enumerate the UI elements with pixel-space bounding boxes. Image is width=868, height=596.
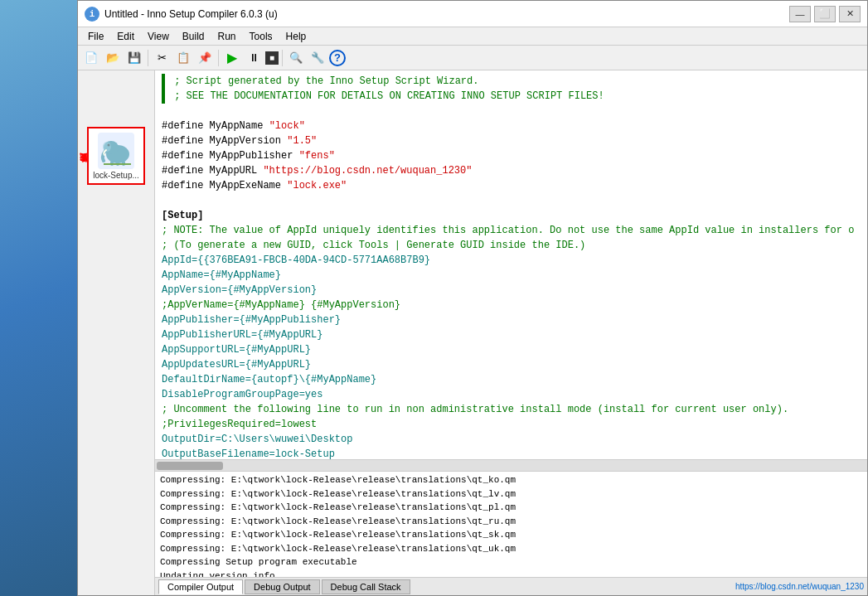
editor-hscroll[interactable] bbox=[155, 459, 867, 471]
toolbar-stop[interactable]: ■ bbox=[265, 51, 279, 65]
window-title: Untitled - Inno Setup Compiler 6.0.3 (u) bbox=[104, 8, 789, 20]
menu-run[interactable]: Run bbox=[211, 29, 243, 44]
code-line: ;AppVerName={#MyAppName} {#MyAppVersion} bbox=[162, 298, 861, 313]
minimize-button[interactable]: — bbox=[789, 6, 811, 22]
code-line: ; (To generate a new GUID, click Tools |… bbox=[162, 238, 861, 253]
toolbar-help[interactable]: ? bbox=[329, 50, 346, 66]
toolbar-copy[interactable]: 📋 bbox=[173, 48, 193, 68]
toolbar-pause[interactable]: ⏸ bbox=[244, 48, 264, 68]
code-line: #define MyAppName "lock" bbox=[162, 119, 861, 133]
hscroll-track bbox=[157, 462, 866, 470]
code-line: DefaultDirName={autopf}\{#MyAppName} bbox=[162, 372, 861, 387]
toolbar-new[interactable]: 📄 bbox=[81, 48, 101, 68]
main-content: 生成的安装文件 bbox=[78, 70, 867, 595]
output-line: Compressing: E:\qtwork\lock-Release\rele… bbox=[160, 473, 862, 487]
output-line: Updating version info bbox=[160, 569, 862, 578]
code-line: [Setup] bbox=[162, 208, 861, 223]
editor-area[interactable]: ; Script generated by the Inno Setup Scr… bbox=[155, 70, 867, 471]
code-line: AppSupportURL={#MyAppURL} bbox=[162, 342, 861, 357]
code-line: AppPublisherURL={#MyAppURL} bbox=[162, 327, 861, 342]
code-line: ; NOTE: The value of AppId uniquely iden… bbox=[162, 223, 861, 238]
menu-edit[interactable]: Edit bbox=[110, 29, 141, 44]
output-line: Compressing: E:\qtwork\lock-Release\rele… bbox=[160, 501, 862, 515]
code-line: AppUpdatesURL={#MyAppURL} bbox=[162, 357, 861, 372]
code-line: AppName={#MyAppName} bbox=[162, 268, 861, 283]
menu-bar: File Edit View Build Run Tools Help bbox=[78, 27, 867, 46]
toolbar-run[interactable]: ▶ bbox=[222, 48, 242, 68]
output-line: Compressing: E:\qtwork\lock-Release\rele… bbox=[160, 542, 862, 556]
window-controls: — ⬜ ✕ bbox=[789, 6, 861, 22]
file-icon-container[interactable]: lock-Setup... bbox=[87, 127, 145, 185]
sidebar: 生成的安装文件 bbox=[78, 70, 155, 595]
file-icon bbox=[98, 133, 134, 169]
menu-tools[interactable]: Tools bbox=[243, 29, 279, 44]
toolbar-paste[interactable]: 📌 bbox=[195, 48, 215, 68]
code-line: ; Script generated by the Inno Setup Scr… bbox=[162, 74, 861, 89]
menu-help[interactable]: Help bbox=[279, 29, 313, 44]
toolbar-search[interactable]: 🔍 bbox=[286, 48, 306, 68]
file-icon-label: lock-Setup... bbox=[93, 171, 139, 180]
toolbar-open[interactable]: 📂 bbox=[103, 48, 123, 68]
main-window: i Untitled - Inno Setup Compiler 6.0.3 (… bbox=[77, 0, 868, 596]
code-line: AppPublisher={#MyAppPublisher} bbox=[162, 313, 861, 327]
code-line: #define MyAppExeName "lock.exe" bbox=[162, 178, 861, 193]
code-line: DisableProgramGroupPage=yes bbox=[162, 387, 861, 402]
menu-build[interactable]: Build bbox=[176, 29, 211, 44]
toolbar-sep-2 bbox=[218, 50, 219, 66]
code-line bbox=[162, 104, 861, 119]
status-link[interactable]: https://blog.csdn.net/wuquan_1230 bbox=[735, 582, 864, 591]
menu-file[interactable]: File bbox=[81, 29, 110, 44]
output-content: Compressing: E:\qtwork\lock-Release\rele… bbox=[155, 472, 867, 577]
toolbar-sep-3 bbox=[282, 50, 283, 66]
tab-bar: Compiler Output Debug Output Debug Call … bbox=[155, 577, 867, 595]
code-line: AppId={{376BEA91-FBCB-40DA-94CD-5771AA68… bbox=[162, 253, 861, 268]
elephant-svg bbox=[99, 134, 133, 167]
tab-debug-output[interactable]: Debug Output bbox=[245, 579, 320, 594]
output-line: Compressing: E:\qtwork\lock-Release\rele… bbox=[160, 487, 862, 502]
tab-debug-call-stack[interactable]: Debug Call Stack bbox=[322, 579, 410, 594]
title-bar: i Untitled - Inno Setup Compiler 6.0.3 (… bbox=[78, 1, 867, 27]
toolbar-sep-1 bbox=[148, 50, 148, 66]
code-line: OutputBaseFilename=lock-Setup bbox=[162, 447, 861, 459]
toolbar-settings[interactable]: 🔧 bbox=[308, 48, 327, 68]
restore-button[interactable]: ⬜ bbox=[814, 6, 836, 22]
code-line: ;PrivilegesRequired=lowest bbox=[162, 417, 861, 432]
svg-point-3 bbox=[103, 142, 111, 152]
code-line: #define MyAppPublisher "fens" bbox=[162, 148, 861, 163]
code-line: #define MyAppURL "https://blog.csdn.net/… bbox=[162, 163, 861, 178]
app-icon: i bbox=[85, 7, 99, 22]
editor-output-container: ; Script generated by the Inno Setup Scr… bbox=[155, 70, 867, 595]
output-line: Compressing: E:\qtwork\lock-Release\rele… bbox=[160, 528, 862, 542]
toolbar-cut[interactable]: ✂ bbox=[152, 48, 172, 68]
output-panel: Compressing: E:\qtwork\lock-Release\rele… bbox=[155, 471, 867, 595]
menu-view[interactable]: View bbox=[141, 29, 176, 44]
toolbar: 📄 📂 💾 ✂ 📋 📌 ▶ ⏸ ■ 🔍 🔧 ? bbox=[78, 46, 867, 70]
code-line: ; SEE THE DOCUMENTATION FOR DETAILS ON C… bbox=[162, 89, 861, 104]
output-line: Compressing Setup program executable bbox=[160, 555, 862, 569]
code-line: ; Uncomment the following line to run in… bbox=[162, 402, 861, 417]
close-button[interactable]: ✕ bbox=[839, 6, 861, 22]
code-line: AppVersion={#MyAppVersion} bbox=[162, 283, 861, 298]
editor-content: ; Script generated by the Inno Setup Scr… bbox=[155, 70, 867, 459]
code-line bbox=[162, 193, 861, 208]
code-line: OutputDir=C:\Users\wuwei\Desktop bbox=[162, 432, 861, 447]
hscroll-thumb[interactable] bbox=[157, 462, 223, 470]
toolbar-save[interactable]: 💾 bbox=[124, 48, 144, 68]
tab-compiler-output[interactable]: Compiler Output bbox=[158, 579, 243, 594]
code-line: #define MyAppVersion "1.5" bbox=[162, 133, 861, 148]
output-line: Compressing: E:\qtwork\lock-Release\rele… bbox=[160, 515, 862, 529]
